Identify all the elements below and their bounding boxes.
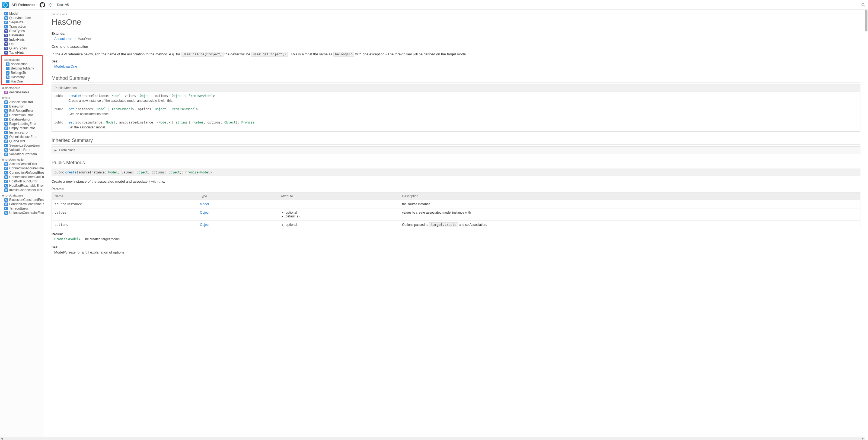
method-signature[interactable]: create(sourceInstance: Model, values: Ob…: [68, 94, 858, 98]
sidebar-item[interactable]: CBelongsTo: [2, 70, 42, 75]
sidebar-item[interactable]: CConnectionRefusedError: [0, 171, 44, 175]
sidebar-item[interactable]: CAccessDeniedError: [0, 162, 44, 166]
param-type: Object: [197, 208, 278, 221]
modifier: public: [52, 105, 66, 118]
see-link[interactable]: Model.hasOne: [54, 64, 77, 68]
sidebar-item[interactable]: CConnectionError: [0, 113, 44, 117]
inherited-summary-title: Inherited Summary: [52, 138, 860, 145]
extends-label: Extends:: [52, 32, 860, 35]
intro-1: One-to-one association: [52, 44, 860, 50]
sidebar-item[interactable]: CHostNotFoundError: [0, 179, 44, 183]
modifier: public: [52, 92, 66, 105]
type-badge-icon: C: [4, 122, 8, 126]
sidebar-item[interactable]: CSequelizeScopeError: [0, 143, 44, 148]
github-icon[interactable]: [40, 2, 45, 8]
slack-icon[interactable]: [48, 2, 53, 8]
type-badge-icon: V: [4, 51, 8, 55]
method-summary-table: Public Methods public create(sourceInsta…: [52, 84, 860, 131]
sidebar-item[interactable]: CHostNotReachableError: [0, 183, 44, 188]
sidebar-item[interactable]: CAssociation: [2, 62, 42, 66]
method-signature[interactable]: get(instances: Model | Array<Model>, opt…: [68, 107, 858, 111]
param-row: values Object optionaldefault: {} values…: [52, 208, 860, 221]
sidebar-item[interactable]: VTableHints: [0, 51, 44, 55]
sidebar-item-label: InstanceError: [9, 130, 29, 135]
sidebar-item[interactable]: CValidationError: [0, 148, 44, 152]
type-badge-icon: C: [4, 167, 8, 170]
associations-highlight: associationsCAssociationCBelongsToManyCB…: [1, 55, 42, 85]
sidebar-item[interactable]: CHasOne: [2, 79, 42, 84]
method-row: public get(instances: Model | Array<Mode…: [52, 105, 860, 118]
search-icon[interactable]: [861, 2, 866, 7]
sidebar-item[interactable]: CTimeoutError: [0, 206, 44, 211]
sidebar-item-label: Transaction: [9, 25, 26, 29]
type-badge-icon: C: [4, 140, 8, 143]
param-attrs: optional: [278, 221, 399, 229]
sidebar-item-label: BelongsToMany: [11, 66, 34, 70]
sidebar-item[interactable]: CEagerLoadingError: [0, 122, 44, 126]
sidebar-item-label: HostNotFoundError: [9, 179, 37, 183]
sidebar-item[interactable]: CDatabaseError: [0, 117, 44, 122]
header-title: API Reference: [11, 3, 35, 7]
sidebar-item[interactable]: CTransaction: [0, 24, 44, 29]
scrollbar-vertical[interactable]: [865, 10, 867, 439]
params-label: Params:: [52, 187, 860, 191]
sidebar-item[interactable]: CConnectionAcquireTimeout: [0, 166, 44, 171]
param-name: options: [52, 221, 197, 229]
sidebar-item[interactable]: CValidationErrorItem: [0, 152, 44, 156]
type-badge-icon: C: [4, 21, 8, 24]
type-badge-icon: C: [4, 152, 8, 156]
breadcrumb: public class |: [52, 12, 860, 16]
sidebar-item[interactable]: FdescribeTable: [0, 90, 44, 94]
sidebar-item[interactable]: CEmptyResultError: [0, 126, 44, 130]
type-badge-icon: C: [4, 109, 8, 113]
method-signature[interactable]: set(sourceInstance: Model, associatedIns…: [68, 120, 858, 124]
params-col-header: Attribute: [278, 193, 399, 200]
docs-version[interactable]: Docs v5: [57, 3, 69, 7]
sidebar-item[interactable]: CBaseError: [0, 104, 44, 109]
type-badge-icon: V: [4, 29, 8, 33]
sidebar-item[interactable]: CForeignKeyConstraintError: [0, 202, 44, 206]
sidebar-item[interactable]: VDeferrable: [0, 33, 44, 37]
sidebar-item[interactable]: CSequelize: [0, 20, 44, 24]
sidebar-item[interactable]: COptimisticLockError: [0, 135, 44, 139]
type-badge-icon: C: [4, 207, 8, 210]
sidebar-item[interactable]: CHasMany: [2, 75, 42, 79]
sidebar-item[interactable]: CQueryError: [0, 139, 44, 143]
sidebar-item-label: ValidationError: [9, 148, 30, 152]
sidebar-item[interactable]: CInstanceError: [0, 130, 44, 135]
sidebar-item-label: AccessDeniedError: [9, 162, 37, 166]
sidebar-item[interactable]: VOp: [0, 42, 44, 46]
param-attrs: [278, 200, 399, 208]
inherited-row[interactable]: ▶ From class: [52, 146, 860, 154]
sidebar-item[interactable]: CQueryInterface: [0, 16, 44, 20]
sidebar-item[interactable]: CBelongsToMany: [2, 66, 42, 70]
sidebar-item[interactable]: CInvalidConnectionError: [0, 188, 44, 192]
sidebar-item-label: HasMany: [11, 75, 25, 79]
type-badge-icon: C: [4, 180, 8, 183]
type-badge-icon: V: [4, 38, 8, 41]
params-col-header: Description: [399, 193, 860, 200]
sidebar-item-label: DataTypes: [9, 29, 25, 33]
method-row: public create(sourceInstance: Model, val…: [52, 92, 860, 105]
public-methods-title: Public Methods: [52, 160, 860, 167]
param-desc: values to create associated model instan…: [399, 208, 860, 221]
sidebar-item-label: Sequelize: [9, 20, 24, 24]
method-desc: Get the associated instance.: [68, 111, 858, 116]
sidebar-item[interactable]: CAssociationError: [0, 100, 44, 104]
sidebar-item[interactable]: CUnknownConstraintError: [0, 211, 44, 215]
sidebar-item[interactable]: VIndexHints: [0, 37, 44, 42]
sidebar-item-label: QueryError: [9, 139, 25, 143]
sidebar-item[interactable]: CConnectionTimedOutError: [0, 175, 44, 179]
sidebar-item-label: describeTable: [9, 90, 29, 94]
sidebar-item[interactable]: CModel: [0, 11, 44, 16]
param-attrs: optionaldefault: {}: [278, 208, 399, 221]
extends-link[interactable]: Association: [54, 37, 72, 41]
public-method-desc: Create a new instance of the associated …: [52, 179, 860, 184]
sidebar-item[interactable]: VQueryTypes: [0, 46, 44, 51]
scrollbar-horizontal[interactable]: ◀▶: [0, 437, 865, 440]
params-col-header: Type: [197, 193, 278, 200]
sidebar-item[interactable]: CBulkRecordError: [0, 109, 44, 113]
logo-icon[interactable]: [2, 2, 9, 8]
sidebar-item[interactable]: VDataTypes: [0, 29, 44, 33]
sidebar-item[interactable]: CExclusionConstraintError: [0, 198, 44, 202]
